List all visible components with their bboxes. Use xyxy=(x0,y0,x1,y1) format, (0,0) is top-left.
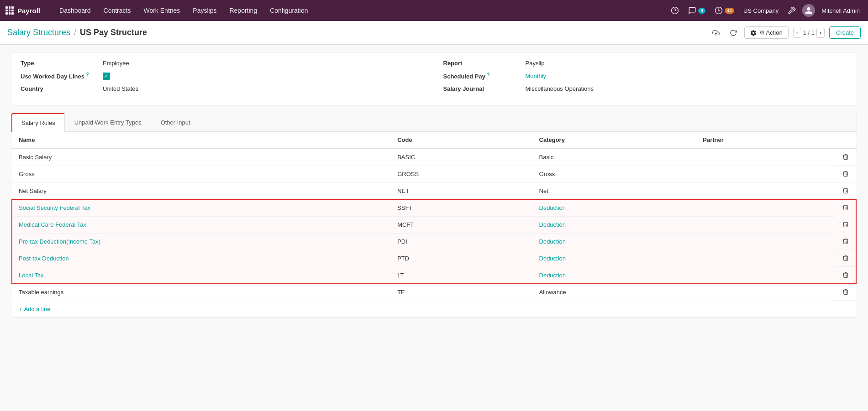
table-row[interactable]: Pre-tax Deduction(Income Tax)PDIDeductio… xyxy=(11,233,857,250)
salary-table: Name Code Category Partner Basic SalaryB… xyxy=(11,132,857,301)
salary-journal-field: Salary Journal Miscellaneous Operations xyxy=(443,85,848,92)
country-label: Country xyxy=(21,85,103,92)
pager-text: 1 / 1 xyxy=(803,29,815,36)
user-name: Mitchell Admin xyxy=(821,7,860,14)
action-button[interactable]: ⚙ Action xyxy=(744,26,789,39)
cell-category: Deduction xyxy=(532,199,696,216)
use-worked-checkbox[interactable]: ✓ xyxy=(103,73,110,80)
cell-category: Net xyxy=(532,182,696,199)
settings-icon[interactable] xyxy=(785,5,799,16)
upload-button[interactable] xyxy=(710,26,722,39)
report-field: Report Payslip xyxy=(443,60,848,67)
cell-code: MCFT xyxy=(390,216,531,233)
form-row-worked-scheduled: Use Worked Day Lines ? ✓ Scheduled Pay ?… xyxy=(21,72,847,80)
cell-category: Gross xyxy=(532,166,696,182)
subheader-actions: ⚙ Action ‹ 1 / 1 › Create xyxy=(710,26,861,39)
cell-name: Taxable earnings xyxy=(11,284,390,301)
cell-delete[interactable] xyxy=(835,166,857,182)
cell-delete[interactable] xyxy=(835,149,857,166)
table-row[interactable]: Net SalaryNETNet xyxy=(11,182,857,199)
topnav-menu: Dashboard Contracts Work Entries Payslip… xyxy=(53,0,666,21)
cell-delete[interactable] xyxy=(835,250,857,267)
cell-name: Net Salary xyxy=(11,182,390,199)
country-field: Country United States xyxy=(21,85,425,92)
country-value: United States xyxy=(103,85,425,92)
next-button[interactable]: › xyxy=(816,28,825,38)
cell-delete[interactable] xyxy=(835,182,857,199)
tabs-container: Salary Rules Unpaid Work Entry Types Oth… xyxy=(11,113,857,317)
cell-category: Deduction xyxy=(532,216,696,233)
table-row[interactable]: Taxable earningsTEAllowance xyxy=(11,284,857,301)
cell-partner xyxy=(695,199,835,216)
breadcrumb-separator: / xyxy=(74,28,76,37)
cell-delete[interactable] xyxy=(835,284,857,301)
cell-delete[interactable] xyxy=(835,199,857,216)
cell-name: Basic Salary xyxy=(11,148,390,166)
cell-category: Allowance xyxy=(532,284,696,301)
report-value: Payslip xyxy=(526,60,848,67)
cell-partner xyxy=(695,267,835,284)
breadcrumb-parent[interactable]: Salary Structures xyxy=(7,28,70,37)
prev-button[interactable]: ‹ xyxy=(793,28,801,38)
cell-name: Gross xyxy=(11,166,390,182)
type-field: Type Employee xyxy=(21,60,425,67)
table-row[interactable]: Medical Care Federal TaxMCFTDeduction xyxy=(11,216,857,233)
cell-code: GROSS xyxy=(390,166,531,182)
cell-code: PTD xyxy=(390,250,531,267)
cell-name: Post-tax Deduction xyxy=(11,250,390,267)
form-row-country-journal: Country United States Salary Journal Mis… xyxy=(21,85,847,92)
topnav-right: 9 43 US Company Mitchell Admin xyxy=(668,4,863,17)
table-row[interactable]: Basic SalaryBASICBasic xyxy=(11,148,857,166)
menu-item-configuration[interactable]: Configuration xyxy=(263,0,314,21)
menu-item-dashboard[interactable]: Dashboard xyxy=(53,0,97,21)
add-line-label: Add a line xyxy=(24,306,51,312)
cell-partner xyxy=(695,166,835,182)
refresh-button[interactable] xyxy=(727,26,740,39)
grid-icon xyxy=(5,6,14,15)
col-code: Code xyxy=(390,132,531,148)
tab-other-input[interactable]: Other Input xyxy=(151,113,200,132)
add-line-button[interactable]: + Add a line xyxy=(11,301,58,317)
cell-category: Deduction xyxy=(532,267,696,284)
cell-category: Basic xyxy=(532,148,696,166)
table-row[interactable]: Local TaxLTDeduction xyxy=(11,267,857,284)
cell-delete[interactable] xyxy=(835,267,857,284)
create-button[interactable]: Create xyxy=(829,26,861,39)
tab-salary-rules[interactable]: Salary Rules xyxy=(11,113,65,132)
cell-name: Medical Care Federal Tax xyxy=(11,216,390,233)
col-partner: Partner xyxy=(695,132,835,148)
cell-delete[interactable] xyxy=(835,233,857,250)
app-logo[interactable]: Payroll xyxy=(5,6,47,15)
menu-item-contracts[interactable]: Contracts xyxy=(97,0,137,21)
chat-icon[interactable]: 9 xyxy=(685,5,708,16)
tab-unpaid-work[interactable]: Unpaid Work Entry Types xyxy=(65,113,151,132)
scheduled-pay-field: Scheduled Pay ? Monthly xyxy=(443,72,848,80)
table-row[interactable]: Post-tax DeductionPTDDeduction xyxy=(11,250,857,267)
salary-journal-label: Salary Journal xyxy=(443,85,526,92)
menu-item-payslips[interactable]: Payslips xyxy=(186,0,223,21)
menu-item-reporting[interactable]: Reporting xyxy=(223,0,263,21)
table-row[interactable]: Social Security Federal TaxSSFTDeduction xyxy=(11,199,857,216)
cell-code: TE xyxy=(390,284,531,301)
menu-item-work-entries[interactable]: Work Entries xyxy=(137,0,186,21)
cell-code: LT xyxy=(390,267,531,284)
col-action xyxy=(835,132,857,148)
cell-partner xyxy=(695,233,835,250)
support-icon[interactable] xyxy=(668,5,682,16)
pager: ‹ 1 / 1 › xyxy=(793,28,825,38)
type-label: Type xyxy=(21,60,103,67)
cell-partner xyxy=(695,148,835,166)
cell-delete[interactable] xyxy=(835,216,857,233)
cell-partner xyxy=(695,216,835,233)
clock-icon[interactable]: 43 xyxy=(712,5,737,16)
table-row[interactable]: GrossGROSSGross xyxy=(11,166,857,182)
use-worked-label: Use Worked Day Lines ? xyxy=(21,72,103,80)
cell-code: SSFT xyxy=(390,199,531,216)
clock-badge: 43 xyxy=(725,8,734,14)
avatar[interactable] xyxy=(802,4,815,17)
tabs-header: Salary Rules Unpaid Work Entry Types Oth… xyxy=(11,113,857,132)
col-category: Category xyxy=(532,132,696,148)
cell-name: Local Tax xyxy=(11,267,390,284)
cell-partner xyxy=(695,182,835,199)
main-content: Type Employee Report Payslip Use Worked … xyxy=(0,45,868,411)
